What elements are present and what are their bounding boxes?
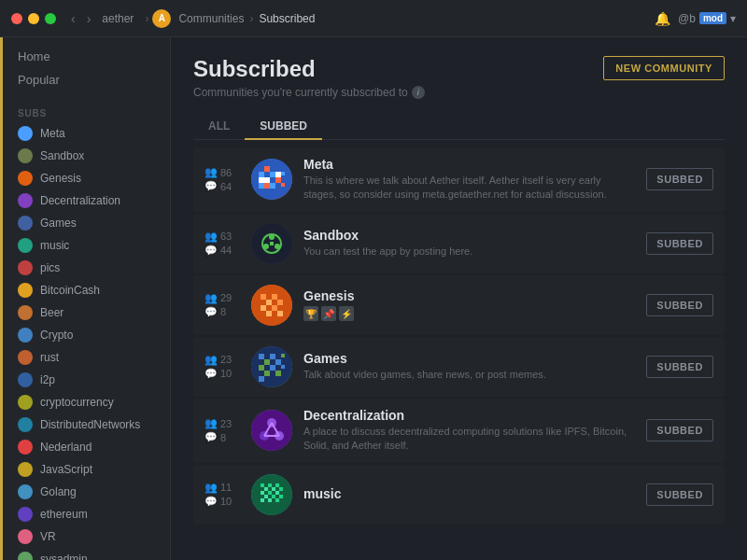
sidebar-community-genesis[interactable]: Genesis (3, 167, 170, 189)
community-row[interactable]: 👥 23 💬 8 Decentralization (193, 399, 725, 463)
close-button[interactable] (11, 13, 22, 24)
community-desc: Talk about video games, share news, or p… (303, 368, 635, 382)
community-icon (18, 440, 33, 455)
sidebar-item-popular[interactable]: Popular (3, 68, 170, 91)
username-label: @b (678, 12, 696, 25)
sidebar-community-music[interactable]: music (3, 234, 170, 257)
community-label: ethereum (40, 508, 88, 521)
titlebar-right: 🔔 @b mod ▾ (655, 11, 736, 26)
community-stats: 👥 23 💬 10 (204, 354, 240, 380)
sidebar-community-cryptocurrency[interactable]: cryptocurrency (3, 391, 170, 413)
sidebar-community-pics[interactable]: pics (3, 257, 170, 279)
svg-rect-9 (259, 177, 264, 183)
community-icon (18, 126, 33, 141)
posts-icon: 💬 (204, 368, 218, 380)
sidebar-community-distributednetworks[interactable]: DistributedNetworks (3, 413, 170, 436)
svg-rect-61 (261, 498, 264, 502)
subbed-button[interactable]: SUBBED (646, 232, 713, 255)
nav-forward-button[interactable]: › (83, 9, 95, 28)
svg-rect-3 (270, 172, 275, 177)
community-label: DistributedNetworks (40, 418, 140, 431)
new-community-button[interactable]: NEW COMMUNITY (603, 56, 725, 80)
members-icon: 👥 (204, 417, 218, 429)
community-icon (18, 462, 33, 477)
sidebar-community-ethereum[interactable]: ethereum (3, 503, 170, 525)
svg-rect-10 (281, 172, 285, 175)
sidebar-community-vr[interactable]: VR (3, 525, 170, 548)
sidebar-community-meta[interactable]: Meta (3, 122, 170, 145)
community-info: Sandbox You can test the app by posting … (303, 228, 635, 259)
svg-rect-36 (275, 371, 281, 376)
community-icon (18, 171, 33, 186)
sidebar-community-sysadmin[interactable]: sysadmin (3, 548, 170, 560)
sidebar-subs-label: SUBS (3, 99, 170, 122)
community-stats: 👥 11 💬 10 (204, 482, 240, 508)
sidebar-community-games[interactable]: Games (3, 212, 170, 234)
community-stats: 👥 29 💬 8 (204, 292, 240, 318)
sidebar-community-i2p[interactable]: i2p (3, 369, 170, 391)
community-desc: A place to discuss decentralized computi… (303, 425, 635, 454)
svg-rect-25 (266, 311, 272, 316)
subbed-button[interactable]: SUBBED (646, 294, 713, 316)
community-icon (18, 238, 33, 253)
community-list: 👥 86 💬 64 (193, 147, 725, 525)
svg-rect-34 (264, 371, 270, 376)
breadcrumb-icon: A (152, 9, 171, 28)
community-avatar (251, 410, 292, 451)
sidebar-item-home[interactable]: Home (3, 45, 170, 68)
community-label: i2p (40, 373, 55, 386)
svg-point-17 (263, 244, 269, 249)
posts-icon: 💬 (204, 245, 218, 257)
svg-rect-8 (264, 183, 270, 189)
svg-rect-55 (275, 491, 279, 495)
community-icon (18, 395, 33, 410)
subbed-button[interactable]: SUBBED (646, 483, 713, 506)
members-icon: 👥 (204, 166, 218, 178)
members-icon: 👥 (204, 482, 218, 494)
sidebar-community-bitcoincash[interactable]: BitcoinCash (3, 279, 170, 301)
svg-rect-59 (268, 498, 272, 502)
community-row[interactable]: 👥 63 💬 44 Sandbox You can t (193, 214, 725, 273)
notifications-icon[interactable]: 🔔 (655, 11, 670, 26)
tab-subbed[interactable]: SUBBED (245, 114, 322, 140)
sidebar-community-crypto[interactable]: Crypto (3, 324, 170, 346)
minimize-button[interactable] (28, 13, 39, 24)
community-desc: This is where we talk about Aether itsel… (303, 174, 635, 203)
breadcrumb-parent[interactable]: Communities (178, 12, 244, 25)
sidebar-community-beer[interactable]: Beer (3, 301, 170, 324)
community-label: Decentralization (40, 194, 120, 207)
subbed-button[interactable]: SUBBED (646, 168, 713, 190)
svg-rect-49 (264, 487, 268, 491)
community-name: Games (303, 351, 635, 366)
subbed-button[interactable]: SUBBED (646, 419, 713, 441)
maximize-button[interactable] (45, 13, 56, 24)
community-row[interactable]: 👥 86 💬 64 (193, 147, 725, 212)
svg-rect-31 (270, 354, 275, 359)
community-avatar (251, 223, 292, 264)
content-area: Subscribed Communities you're currently … (171, 37, 747, 560)
tab-all[interactable]: ALL (193, 114, 245, 140)
sidebar-community-rust[interactable]: rust (3, 346, 170, 369)
svg-rect-62 (279, 495, 283, 498)
sidebar-community-decentralization[interactable]: Decentralization (3, 189, 170, 212)
community-row[interactable]: 👥 29 💬 8 (193, 275, 725, 335)
breadcrumb: A Communities › Subscribed (152, 9, 655, 28)
community-row[interactable]: 👥 23 💬 10 (193, 337, 725, 397)
sidebar-community-nederland[interactable]: Nederland (3, 436, 170, 458)
user-dropdown-icon[interactable]: ▾ (730, 12, 736, 25)
subbed-button[interactable]: SUBBED (646, 356, 713, 378)
community-label: Games (40, 217, 77, 230)
svg-rect-5 (275, 177, 281, 183)
svg-rect-21 (266, 300, 272, 305)
user-badge: @b mod ▾ (678, 12, 736, 25)
sidebar-community-javascript[interactable]: JavaScript (3, 458, 170, 481)
member-count: 👥 11 (204, 482, 240, 494)
svg-rect-57 (264, 495, 268, 498)
members-icon: 👥 (204, 292, 218, 304)
community-row[interactable]: 👥 11 💬 10 (193, 465, 725, 525)
sidebar-community-golang[interactable]: Golang (3, 481, 170, 503)
svg-rect-60 (275, 498, 279, 502)
sidebar: Home Popular SUBS Meta Sandbox Genesis D… (3, 37, 171, 560)
nav-back-button[interactable]: ‹ (67, 9, 79, 28)
sidebar-community-sandbox[interactable]: Sandbox (3, 145, 170, 167)
